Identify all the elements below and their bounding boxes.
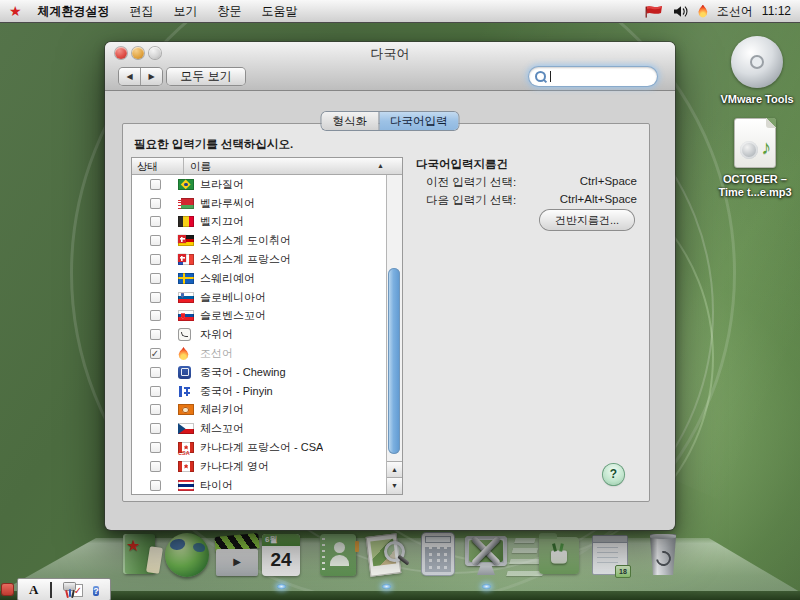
desktop-icon-october-mp3[interactable]: ♪ OCTOBER – Time t...e.mp3 — [700, 118, 800, 199]
input-method-label[interactable]: 조선어 — [717, 3, 753, 20]
input-method-label: 자위어 — [200, 327, 233, 342]
belarus-icon — [178, 198, 194, 209]
scroll-down-button[interactable]: ▼ — [387, 477, 402, 494]
shortcut-label: 이전 입력기 선택: — [426, 175, 516, 190]
checkbox[interactable] — [150, 329, 161, 340]
menu-item[interactable]: 도움말 — [262, 3, 298, 20]
menu-item[interactable]: 체계환경설정 — [38, 3, 110, 20]
korean-input-flame-icon[interactable] — [698, 5, 708, 18]
palette-handle[interactable] — [2, 584, 13, 595]
dock-item-browser[interactable] — [164, 532, 210, 578]
dock-item-trash[interactable] — [640, 532, 686, 578]
list-item[interactable]: 중국어 - Pinyin — [132, 382, 387, 401]
input-method-label: 슬로베니아어 — [200, 290, 266, 305]
checkbox[interactable] — [150, 179, 161, 190]
tab-multilingual-input[interactable]: 다국어입력 — [378, 112, 459, 130]
shortcut-label: 다음 입력기 선택: — [426, 193, 516, 208]
instruction-text: 필요한 입력기를 선택하십시오. — [134, 137, 293, 152]
dock-front-edge — [0, 591, 800, 600]
search-field[interactable] — [529, 67, 657, 86]
checkbox[interactable] — [150, 198, 161, 209]
checkbox[interactable] — [150, 367, 161, 378]
checkbox[interactable] — [150, 216, 161, 227]
checkbox[interactable] — [150, 386, 161, 397]
input-method-label: 스웨리예어 — [200, 271, 255, 286]
list-item[interactable]: 체러키어 — [132, 401, 387, 420]
checkbox[interactable] — [150, 310, 161, 321]
running-indicator — [277, 584, 286, 589]
list-item[interactable]: 체스꼬어 — [132, 419, 387, 438]
pane-layout-icon[interactable] — [50, 583, 52, 597]
input-method-label: 카나다계 영어 — [200, 459, 269, 474]
input-palette: A✓? — [17, 578, 111, 600]
menu-bar-clock[interactable]: 11:12 — [762, 4, 791, 18]
vertical-scrollbar[interactable]: ▲ ▼ — [386, 175, 402, 494]
desktop-icon-label-line1: OCTOBER – — [700, 173, 800, 186]
dock-item-applications-folder[interactable] — [536, 532, 582, 578]
input-method-label: 브라질어 — [200, 177, 244, 192]
text-caret — [550, 71, 551, 82]
dock-item-calculator[interactable] — [415, 532, 461, 578]
menu-item[interactable]: 편집 — [130, 3, 154, 20]
list-item[interactable]: 스위스계 도이취어 — [132, 231, 387, 250]
back-button[interactable]: ◀ — [119, 68, 140, 85]
dock-item-contacts[interactable] — [315, 532, 361, 578]
dock-item-media-player[interactable]: ▶ — [214, 532, 260, 578]
checkbox[interactable]: ✓ — [150, 348, 161, 359]
list-item[interactable]: 타이어 — [132, 476, 387, 494]
list-item[interactable]: CSA카나다계 프랑스어 - CSA — [132, 438, 387, 457]
keyboard-shortcuts-button[interactable]: 건반지름건... — [540, 210, 634, 230]
window-header[interactable]: 다국어 ◀ ▶ 모두 보기 — [105, 42, 675, 91]
list-item[interactable]: 카나다계 영어 — [132, 457, 387, 476]
show-all-button[interactable]: 모두 보기 — [167, 68, 245, 85]
checkbox[interactable] — [150, 273, 161, 284]
column-header-name[interactable]: 이름 ▲ — [184, 158, 402, 174]
input-method-label: 카나다계 프랑스어 - CSA — [200, 440, 323, 455]
speaker-icon[interactable] — [673, 5, 689, 18]
scrollbar-thumb[interactable] — [388, 268, 400, 454]
checkbox[interactable] — [150, 480, 161, 491]
list-item[interactable]: 슬로벤스꼬어 — [132, 307, 387, 326]
running-indicator — [482, 584, 491, 589]
jawi-icon — [178, 328, 191, 341]
list-item[interactable]: 벨지끄어 — [132, 213, 387, 232]
dock-item-system-preferences[interactable] — [463, 532, 509, 578]
column-header-status[interactable]: 상태 — [132, 158, 184, 174]
latin-mode-icon[interactable]: A — [29, 583, 38, 597]
checkbox[interactable] — [150, 254, 161, 265]
red-star-menu-icon[interactable]: ★ — [9, 3, 22, 19]
menu-bar: ★ 체계환경설정편집보기창문도움말 조선어 11:12 — [0, 0, 800, 23]
list-item[interactable]: 브라질어 — [132, 175, 387, 194]
dock-item-preview[interactable] — [363, 532, 409, 578]
checkbox[interactable] — [150, 292, 161, 303]
list-item[interactable]: 스위스계 프랑스어 — [132, 250, 387, 269]
checkbox[interactable] — [150, 404, 161, 415]
list-item[interactable]: 자위어 — [132, 325, 387, 344]
list-item[interactable]: 슬로베니아어 — [132, 288, 387, 307]
checkbox[interactable] — [150, 235, 161, 246]
help-button[interactable]: ? — [603, 464, 624, 485]
stamp-icon[interactable]: ✓ — [74, 583, 82, 597]
list-item[interactable]: 스웨리예어 — [132, 269, 387, 288]
checkbox[interactable] — [150, 423, 161, 434]
nav-buttons: ◀ ▶ — [119, 68, 162, 85]
list-item[interactable]: 중국어 - Chewing — [132, 363, 387, 382]
dock-item-bookshelf[interactable]: ★ — [116, 532, 162, 578]
checkbox[interactable] — [150, 461, 161, 472]
input-method-label: 중국어 - Pinyin — [200, 384, 273, 399]
brazil-icon — [178, 179, 194, 190]
forward-button[interactable]: ▶ — [140, 68, 162, 85]
list-item[interactable]: ✓조선어 — [132, 344, 387, 363]
red-flag-icon[interactable] — [644, 4, 664, 18]
shortcut-value: Ctrl+Alt+Space — [560, 193, 637, 208]
dock-item-calendar[interactable]: 6월24 — [258, 532, 304, 578]
tab-formatting[interactable]: 형식화 — [322, 112, 379, 130]
palette-help-icon[interactable]: ? — [93, 583, 99, 597]
list-item[interactable]: 벨라루씨어 — [132, 194, 387, 213]
menu-item[interactable]: 보기 — [174, 3, 198, 20]
menu-item[interactable]: 창문 — [218, 3, 242, 20]
dock-item-planner[interactable]: 18 — [587, 532, 633, 578]
desktop-icon-vmware-tools[interactable]: VMware Tools — [702, 36, 800, 106]
scroll-up-button[interactable]: ▲ — [387, 461, 402, 478]
checkbox[interactable] — [150, 442, 161, 453]
